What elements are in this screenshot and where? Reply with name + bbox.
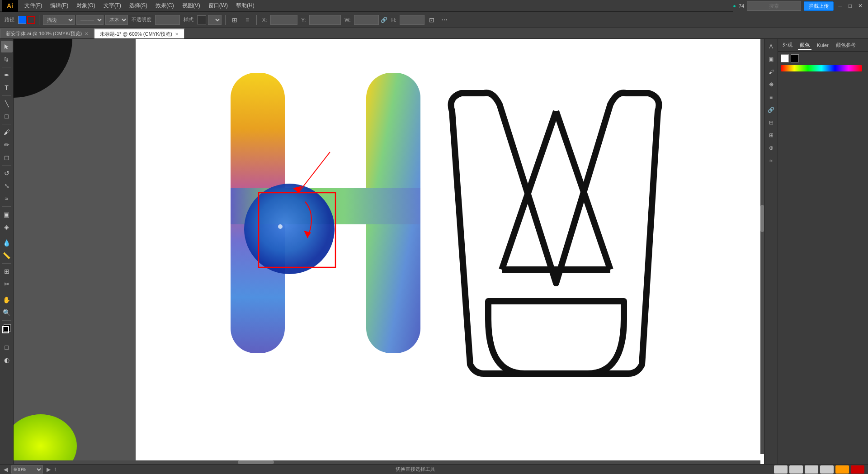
style-preview — [197, 15, 206, 24]
tool-select[interactable] — [1, 41, 13, 52]
x-label: X: — [260, 17, 269, 23]
tool-type[interactable]: T — [1, 82, 13, 94]
menu-object[interactable]: 对象(O) — [73, 1, 99, 10]
taskbar-btn-5[interactable] — [835, 465, 849, 474]
right-btn-6[interactable]: 🔗 — [765, 104, 777, 116]
status-arrow-left[interactable]: ◀ — [4, 466, 8, 473]
stroke-select[interactable]: 描边 — [43, 15, 75, 25]
tool-eyedropper[interactable]: 💧 — [1, 237, 13, 249]
h-label: H: — [389, 17, 398, 23]
tool-warp[interactable]: ≈ — [1, 193, 13, 204]
tool-eraser[interactable]: ◻ — [1, 152, 13, 163]
opacity-input[interactable]: 100% — [155, 15, 180, 25]
tool-rotate[interactable]: ↺ — [1, 167, 13, 179]
tool-direct-select[interactable] — [1, 53, 13, 65]
opacity-label: 不透明度 — [130, 16, 153, 23]
align-select[interactable]: 基本 — [105, 15, 128, 25]
menu-select[interactable]: 选择(S) — [126, 1, 151, 10]
menu-effect[interactable]: 效果(C) — [152, 1, 178, 10]
panel-tab-appearance[interactable]: 外观 — [781, 41, 794, 49]
artboard — [136, 39, 764, 464]
tool-sep-3 — [2, 124, 11, 124]
w-input[interactable]: 8.486 — [354, 15, 379, 25]
tool-measure[interactable]: 📏 — [1, 250, 13, 261]
right-btn-9[interactable]: ⊕ — [765, 142, 777, 154]
more-btn[interactable]: ⋯ — [439, 14, 450, 25]
tool-hand[interactable]: ✋ — [1, 294, 13, 306]
tab-0-label: 新安字体.ai @ 100% (CMYK/预览) — [6, 30, 82, 37]
color-swatches-row — [781, 54, 865, 62]
color-spectrum-bar[interactable] — [781, 65, 862, 71]
tool-pencil[interactable]: ✏ — [1, 139, 13, 151]
svg-point-0 — [14, 414, 77, 464]
right-btn-8[interactable]: ⊞ — [765, 129, 777, 141]
fill-color-btn[interactable] — [18, 16, 26, 24]
tool-color-mode[interactable]: ◐ — [1, 354, 13, 366]
status-arrow-right[interactable]: ▶ — [47, 466, 51, 473]
stroke-box[interactable] — [2, 326, 9, 333]
tool-gradient[interactable]: ▣ — [1, 209, 13, 220]
right-btn-1[interactable]: A — [765, 41, 777, 52]
panel-tab-color-ref[interactable]: 颜色参考 — [834, 41, 858, 49]
scrollbar-horizontal[interactable] — [14, 460, 760, 464]
panel-tab-color[interactable]: 颜色 — [798, 41, 811, 50]
w-label: W: — [343, 17, 352, 23]
menu-window[interactable]: 窗口(W) — [205, 1, 231, 10]
app-logo: Ai — [2, 0, 18, 12]
tool-slice[interactable]: ✂ — [1, 278, 13, 290]
menu-file[interactable]: 文件(F) — [21, 1, 46, 10]
canvas-area[interactable] — [14, 39, 764, 464]
x-input[interactable]: 14.64 — [270, 15, 297, 25]
tool-normal-mode[interactable]: □ — [1, 341, 13, 353]
right-btn-10[interactable]: ≈ — [765, 155, 777, 166]
right-btn-7[interactable]: ⊟ — [765, 117, 777, 128]
tab-1-close[interactable]: ✕ — [175, 32, 179, 37]
stroke-color-btn[interactable] — [27, 16, 35, 24]
menu-text[interactable]: 文字(T) — [100, 1, 125, 10]
transform-btn[interactable]: ⊡ — [426, 14, 437, 25]
align-btn[interactable]: ≡ — [242, 14, 253, 25]
right-btn-4[interactable]: ❋ — [765, 79, 777, 90]
menu-edit[interactable]: 编辑(E) — [47, 1, 72, 10]
right-btn-3[interactable]: 🖌 — [765, 66, 777, 78]
taskbar-btn-1[interactable] — [774, 465, 788, 474]
style-select[interactable] — [208, 15, 222, 25]
tab-1[interactable]: 未标题-1* @ 600% (CMYK/预览) ✕ — [94, 28, 184, 38]
zoom-select[interactable]: 600% — [11, 465, 43, 474]
tool-brush[interactable]: 🖌 — [1, 126, 13, 138]
swatch-white[interactable] — [781, 54, 789, 62]
minimize-icon[interactable]: ─ — [836, 3, 844, 9]
tool-scale[interactable]: ⤡ — [1, 180, 13, 192]
tool-blend[interactable]: ◈ — [1, 221, 13, 233]
panel-tab-kuler[interactable]: Kuler — [815, 42, 830, 49]
taskbar-btn-4[interactable] — [820, 465, 834, 474]
sync-button[interactable]: 拦截上传 — [804, 1, 834, 11]
color-boxes — [1, 324, 13, 341]
tool-shape[interactable]: □ — [1, 110, 13, 122]
right-btn-5[interactable]: ≡ — [765, 91, 777, 103]
search-input[interactable] — [747, 1, 801, 11]
y-input[interactable]: 122.884 — [309, 15, 341, 25]
taskbar-btn-3[interactable] — [805, 465, 818, 474]
scrollbar-thumb-horizontal[interactable] — [238, 460, 274, 464]
scrollbar-thumb-vertical[interactable] — [760, 205, 764, 232]
scrollbar-vertical[interactable] — [760, 39, 764, 454]
stroke-style-select[interactable]: ───── — [76, 15, 104, 25]
close-icon[interactable]: ✕ — [856, 3, 864, 9]
tool-pen[interactable]: ✒ — [1, 69, 13, 81]
taskbar-btn-6[interactable] — [851, 465, 864, 474]
grid-btn[interactable]: ⊞ — [229, 14, 240, 25]
swatch-black[interactable] — [791, 54, 799, 62]
menu-view[interactable]: 视图(V) — [179, 1, 204, 10]
tool-artboard[interactable]: ⊞ — [1, 265, 13, 277]
menu-help[interactable]: 帮助(H) — [232, 1, 258, 10]
tool-line[interactable]: ╲ — [1, 98, 13, 109]
tab-0-close[interactable]: ✕ — [85, 31, 88, 36]
right-btn-2[interactable]: ▣ — [765, 53, 777, 65]
h-input[interactable]: 8.486 — [400, 15, 425, 25]
restore-icon[interactable]: □ — [847, 3, 854, 9]
tool-zoom[interactable]: 🔍 — [1, 307, 13, 318]
taskbar-btn-2[interactable] — [789, 465, 803, 474]
tab-0[interactable]: 新安字体.ai @ 100% (CMYK/预览) ✕ — [0, 28, 94, 38]
link-icon[interactable]: 🔗 — [381, 17, 387, 23]
